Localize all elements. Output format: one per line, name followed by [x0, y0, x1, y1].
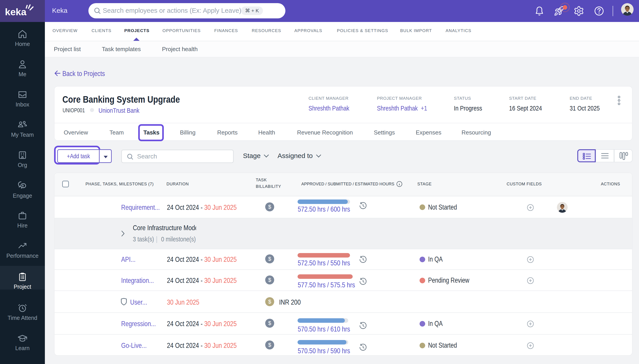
svg-text:keka: keka	[5, 6, 27, 17]
